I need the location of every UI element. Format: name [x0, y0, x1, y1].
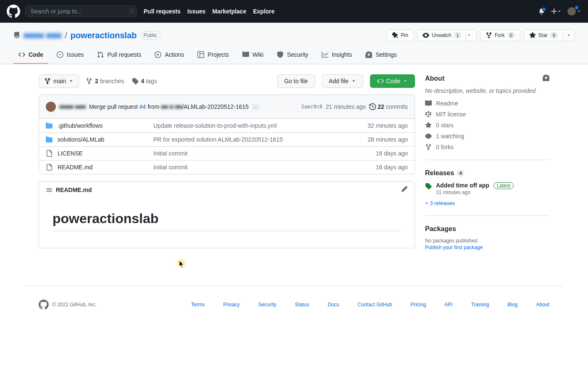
tab-issues[interactable]: Issues — [52, 48, 89, 64]
about-description: No description, website, or topics provi… — [425, 87, 549, 94]
footer-link[interactable]: Docs — [328, 302, 339, 308]
owner-link[interactable]: ■■■■ ■■■ — [24, 31, 61, 40]
repo-name-link[interactable]: poweractionslab — [71, 31, 137, 40]
pull-request-icon — [97, 51, 104, 58]
file-navigation: main 2 branches 4 tags Go to file Add fi… — [39, 74, 415, 88]
commit-ellipsis[interactable]: … — [252, 104, 260, 110]
edit-about-button[interactable] — [543, 74, 549, 82]
tag-icon — [132, 78, 139, 84]
footer-link[interactable]: Security — [258, 302, 276, 308]
list-icon — [46, 187, 52, 193]
tab-security[interactable]: Security — [272, 48, 313, 64]
watching-link[interactable]: 1 watching — [425, 133, 549, 139]
sidebar-about: About No description, website, or topics… — [425, 74, 549, 160]
footer-link[interactable]: Blog — [508, 302, 518, 308]
fork-button[interactable]: Fork 0 — [480, 29, 520, 41]
no-packages-text: No packages published — [425, 238, 549, 244]
star-dropdown-button[interactable] — [563, 29, 575, 41]
tab-actions[interactable]: Actions — [150, 48, 189, 64]
search-slash-hint: / — [129, 8, 134, 14]
footer-link[interactable]: Contact GitHub — [358, 302, 392, 308]
fork-icon — [425, 144, 432, 150]
tab-settings[interactable]: Settings — [360, 48, 402, 64]
packages-title: Packages — [425, 225, 456, 233]
notifications-button[interactable] — [538, 8, 545, 15]
footer-link[interactable]: Terms — [191, 302, 205, 308]
tags-link[interactable]: 4 tags — [132, 78, 157, 84]
more-releases-link[interactable]: + 3 releases — [425, 200, 455, 206]
add-file-button[interactable]: Add file — [322, 74, 363, 88]
publish-package-link[interactable]: Publish your first package — [425, 245, 483, 250]
tab-pulls[interactable]: Pull requests — [92, 48, 146, 64]
nav-marketplace[interactable]: Marketplace — [213, 8, 247, 15]
file-row: solutions/ALMLabPR for exported solution… — [39, 133, 415, 147]
releases-header-link[interactable]: Releases 4 — [425, 169, 465, 177]
file-commit-msg[interactable]: Update release-solution-to-prod-with-inp… — [153, 122, 361, 129]
search-input[interactable] — [25, 5, 137, 17]
stars-link[interactable]: 0 stars — [425, 122, 549, 129]
folder-icon — [46, 136, 52, 143]
commit-avatar[interactable] — [46, 102, 56, 112]
tab-wiki[interactable]: Wiki — [237, 48, 268, 64]
readme-link[interactable]: Readme — [425, 100, 549, 107]
footer-link[interactable]: API — [444, 302, 452, 308]
file-name-link[interactable]: README.md — [58, 164, 92, 171]
create-new-dropdown[interactable] — [551, 8, 562, 15]
github-logo-icon — [39, 300, 49, 310]
security-icon — [277, 51, 284, 58]
file-list-box: ■■■■ ■■■ Merge pull request #4 from ■■ ■… — [39, 95, 415, 174]
nav-explore[interactable]: Explore — [253, 8, 274, 15]
branch-stats: 2 branches 4 tags — [86, 78, 157, 84]
commit-author[interactable]: ■■■■ ■■■ — [59, 103, 86, 110]
eye-icon — [423, 32, 429, 39]
latest-release-link[interactable]: Added time off app Latest 31 minutes ago — [425, 182, 549, 195]
footer-link[interactable]: About — [536, 302, 549, 308]
star-button[interactable]: Star 0 — [524, 29, 563, 41]
law-icon — [425, 111, 432, 118]
pin-icon — [392, 32, 399, 39]
file-icon — [46, 164, 52, 171]
branches-link[interactable]: 2 branches — [86, 78, 124, 84]
book-icon — [425, 100, 432, 107]
pin-button[interactable]: Pin — [386, 29, 414, 41]
edit-readme-button[interactable] — [401, 186, 408, 194]
tab-code[interactable]: Code — [13, 48, 48, 64]
commit-sha[interactable]: 2aec9c8 — [301, 104, 323, 110]
commit-msg-prefix[interactable]: Merge pull request — [89, 103, 139, 110]
caret-down-icon — [557, 9, 562, 13]
commits-history-link[interactable]: 22 commits — [369, 103, 408, 110]
history-icon — [369, 103, 376, 110]
repo-title: ■■■■ ■■■ / poweractionslab Public — [13, 31, 160, 40]
unwatch-button[interactable]: Unwatch 1 — [417, 29, 477, 41]
repo-actions: Pin Unwatch 1 Fork 0 Star 0 — [386, 29, 575, 41]
caret-down-icon — [567, 33, 571, 37]
sidebar-packages: Packages No packages published Publish y… — [425, 225, 549, 260]
readme-filename-link[interactable]: README.md — [56, 187, 92, 193]
file-commit-msg[interactable]: PR for exported solution ALMLab-20220512… — [153, 136, 361, 143]
file-name-link[interactable]: solutions/ALMLab — [58, 136, 104, 143]
tab-insights[interactable]: Insights — [317, 48, 357, 64]
footer-link[interactable]: Training — [471, 302, 489, 308]
branch-select-button[interactable]: main — [39, 74, 79, 88]
file-commit-msg[interactable]: Initial commit — [153, 150, 369, 157]
nav-issues[interactable]: Issues — [187, 8, 206, 15]
forks-link[interactable]: 0 forks — [425, 144, 549, 150]
footer-link[interactable]: Pricing — [411, 302, 426, 308]
actions-icon — [155, 51, 161, 58]
about-title: About — [425, 75, 444, 82]
tab-projects[interactable]: Projects — [192, 48, 234, 64]
sidebar-releases: Releases 4 Added time off app Latest 31 … — [425, 169, 549, 216]
file-commit-msg[interactable]: Initial commit — [153, 164, 369, 171]
license-link[interactable]: MIT license — [425, 111, 549, 118]
footer-link[interactable]: Privacy — [223, 302, 240, 308]
goto-file-button[interactable]: Go to file — [277, 74, 315, 88]
file-name-link[interactable]: LICENSE — [58, 150, 83, 157]
commit-pr-link[interactable]: #4 — [139, 103, 146, 110]
file-name-link[interactable]: .github/workflows — [58, 122, 102, 129]
user-menu[interactable] — [567, 7, 581, 16]
caret-down-icon — [577, 9, 581, 13]
code-download-button[interactable]: Code — [370, 74, 415, 88]
github-logo[interactable] — [7, 5, 20, 18]
footer-link[interactable]: Status — [295, 302, 309, 308]
nav-pulls[interactable]: Pull requests — [144, 8, 181, 15]
